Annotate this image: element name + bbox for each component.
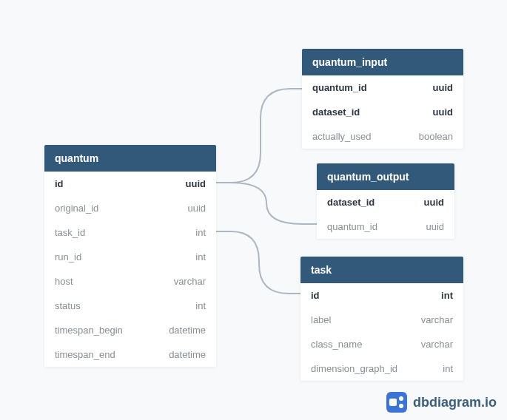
attr-type: int: [195, 300, 206, 311]
diagram-canvas[interactable]: quantum id uuid original_id uuid task_id…: [0, 0, 507, 420]
rel-quantum-taskid-to-task-id: [216, 231, 300, 294]
dbdiagram-logo-icon: [386, 392, 407, 413]
watermark-text: dbdiagram.io: [413, 395, 497, 410]
attr-row: timespan_end datetime: [44, 342, 216, 367]
attr-type: uuid: [187, 203, 206, 214]
attr-name: timespan_end: [55, 349, 115, 360]
attr-row: quantum_id uuid: [302, 75, 463, 100]
attr-row: quantum_id uuid: [317, 214, 454, 239]
entity-header: quantum_input: [302, 49, 463, 75]
attr-type: int: [195, 251, 206, 262]
attr-type: boolean: [419, 131, 453, 142]
attr-row: dimension_graph_id int: [300, 356, 463, 381]
attr-type: varchar: [174, 276, 206, 287]
rel-quantum-id-to-quantum-output: [216, 183, 317, 224]
entity-header: quantum_output: [317, 163, 454, 190]
attr-type: datetime: [169, 325, 206, 336]
attr-name: class_name: [311, 339, 362, 350]
attr-row: class_name varchar: [300, 332, 463, 356]
rel-quantum-id-to-quantum-input: [216, 89, 302, 183]
attr-name: host: [55, 276, 73, 287]
attr-row: label varchar: [300, 308, 463, 332]
attr-name: status: [55, 300, 81, 311]
attr-name: run_id: [55, 251, 81, 262]
attr-name: id: [311, 290, 320, 301]
attr-type: varchar: [421, 339, 453, 350]
attr-name: timespan_begin: [55, 325, 123, 336]
attr-row: status int: [44, 294, 216, 318]
attr-name: label: [311, 314, 331, 325]
attr-row: id uuid: [44, 172, 216, 196]
attr-type: uuid: [433, 106, 453, 118]
attr-name: dataset_id: [327, 197, 375, 208]
attr-row: actually_used boolean: [302, 124, 463, 149]
attr-name: quantum_id: [327, 221, 377, 232]
entity-quantum[interactable]: quantum id uuid original_id uuid task_id…: [44, 145, 216, 367]
attr-row: dataset_id uuid: [317, 190, 454, 214]
attr-name: dataset_id: [312, 106, 360, 118]
entity-quantum-output[interactable]: quantum_output dataset_id uuid quantum_i…: [317, 163, 454, 239]
attr-row: id int: [300, 283, 463, 308]
attr-type: uuid: [424, 197, 444, 208]
watermark: dbdiagram.io: [386, 392, 497, 413]
attr-name: id: [55, 178, 64, 189]
entity-header: quantum: [44, 145, 216, 172]
attr-type: uuid: [186, 178, 206, 189]
attr-type: int: [441, 290, 453, 301]
attr-type: varchar: [421, 314, 453, 325]
attr-name: dimension_graph_id: [311, 363, 397, 374]
attr-type: uuid: [426, 221, 444, 232]
attr-type: int: [195, 227, 206, 238]
attr-row: timespan_begin datetime: [44, 318, 216, 342]
attr-row: host varchar: [44, 269, 216, 294]
entity-header: task: [300, 257, 463, 283]
attr-name: task_id: [55, 227, 85, 238]
attr-name: actually_used: [312, 131, 372, 142]
attr-name: original_id: [55, 203, 98, 214]
attr-row: run_id int: [44, 245, 216, 269]
attr-row: task_id int: [44, 220, 216, 245]
attr-type: uuid: [433, 82, 453, 93]
attr-row: original_id uuid: [44, 196, 216, 220]
entity-quantum-input[interactable]: quantum_input quantum_id uuid dataset_id…: [302, 49, 463, 149]
attr-type: int: [443, 363, 453, 374]
attr-type: datetime: [169, 349, 206, 360]
attr-row: dataset_id uuid: [302, 100, 463, 124]
entity-task[interactable]: task id int label varchar class_name var…: [300, 257, 463, 381]
attr-name: quantum_id: [312, 82, 367, 93]
